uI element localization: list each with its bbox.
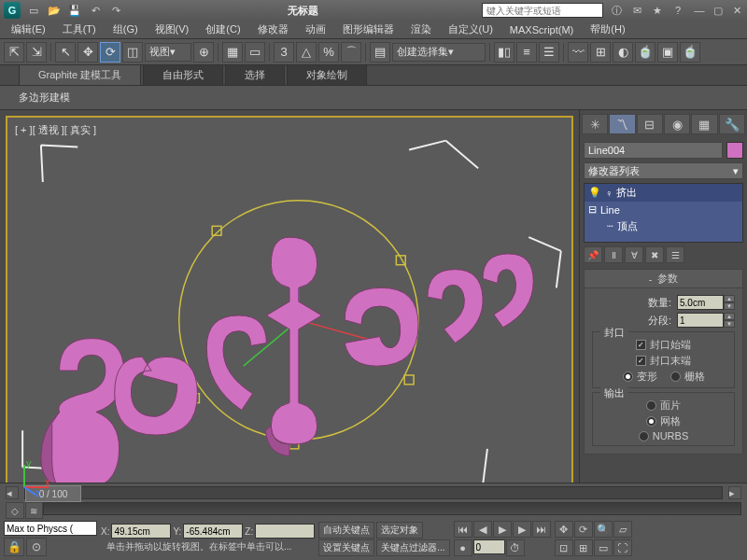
menu-tools[interactable]: 工具(T) — [55, 21, 104, 38]
time-right-icon[interactable]: ▸ — [728, 486, 741, 499]
viewport-perspective[interactable]: [ + ][ 透视 ][ 真实 ] — [6, 116, 573, 506]
next-frame-icon[interactable]: ▶ — [513, 521, 531, 538]
pivot-icon[interactable]: ⊕ — [193, 42, 214, 63]
amount-down[interactable]: ▼ — [724, 302, 735, 310]
selected-combo[interactable]: 选定对象 — [376, 522, 423, 539]
segments-down[interactable]: ▼ — [724, 320, 735, 328]
move-icon[interactable]: ✥ — [78, 42, 98, 63]
menu-view[interactable]: 视图(V) — [148, 21, 197, 38]
menu-edit[interactable]: 编辑(E) — [4, 21, 53, 38]
menu-animation[interactable]: 动画 — [298, 21, 333, 38]
track-curve-icon[interactable]: ≋ — [25, 502, 44, 519]
named-selection-combo[interactable]: 创建选择集 ▾ — [392, 43, 486, 62]
material-editor-icon[interactable]: ◐ — [613, 42, 633, 63]
zoom-all-icon[interactable]: ⊞ — [574, 539, 593, 556]
track-ruler[interactable] — [43, 502, 741, 515]
select-filter-icon[interactable]: ▦ — [222, 42, 243, 63]
viewport-label[interactable]: [ + ][ 透视 ][ 真实 ] — [15, 123, 96, 137]
named-sel-icon[interactable]: ▤ — [370, 42, 390, 63]
curve-editor-icon[interactable]: 〰 — [568, 42, 588, 63]
close-button[interactable]: ✕ — [730, 4, 743, 17]
snap-toggle-icon[interactable]: 3 — [274, 42, 294, 63]
help-icon[interactable]: ? — [670, 3, 685, 18]
save-icon[interactable]: 💾 — [67, 3, 82, 18]
arc-rotate-icon[interactable]: ⟳ — [574, 521, 593, 538]
tab-object-paint[interactable]: 对象绘制 — [287, 64, 367, 85]
open-icon[interactable]: 📂 — [47, 3, 62, 18]
tab-display-icon[interactable]: ▦ — [691, 114, 717, 134]
max-toggle-icon[interactable]: ⛶ — [613, 539, 632, 556]
unlink-icon[interactable]: ⇲ — [26, 42, 47, 63]
render-setup-icon[interactable]: 🍵 — [635, 42, 655, 63]
key-mode-icon[interactable]: ● — [454, 539, 472, 556]
remove-mod-icon[interactable]: ✖ — [645, 246, 664, 263]
modifier-stack[interactable]: 💡♀挤出 ⊟Line ┈顶点 — [584, 183, 743, 243]
mirror-icon[interactable]: ▮▯ — [494, 42, 514, 63]
fov-icon[interactable]: ▱ — [613, 521, 632, 538]
amount-up[interactable]: ▲ — [724, 295, 735, 302]
segments-input[interactable] — [677, 313, 724, 328]
unique-icon[interactable]: ∀ — [625, 246, 643, 263]
stack-line[interactable]: ⊟Line — [585, 202, 742, 217]
schematic-view-icon[interactable]: ⊞ — [590, 42, 611, 63]
stack-extrude[interactable]: 💡♀挤出 — [585, 184, 742, 202]
render-icon[interactable]: 🍵 — [680, 42, 700, 63]
configure-icon[interactable]: ☰ — [666, 246, 684, 263]
prev-frame-icon[interactable]: ◀ — [473, 521, 492, 538]
goto-start-icon[interactable]: ⏮ — [454, 521, 472, 538]
cap-end-check[interactable]: ✓ — [636, 356, 646, 366]
help-search-input[interactable] — [482, 3, 603, 18]
out-mesh-radio[interactable] — [646, 416, 656, 427]
coord-y[interactable] — [183, 524, 243, 539]
script-listener[interactable] — [4, 521, 97, 536]
amount-input[interactable] — [677, 295, 724, 310]
pin-stack-icon[interactable]: 📌 — [584, 246, 602, 263]
pan-icon[interactable]: ✥ — [555, 521, 573, 538]
stack-vertex[interactable]: ┈顶点 — [585, 217, 742, 235]
maximize-button[interactable]: ▢ — [712, 4, 725, 17]
percent-snap-icon[interactable]: % — [318, 42, 339, 63]
undo-icon[interactable]: ↶ — [88, 3, 103, 18]
comm-center-icon[interactable]: ✉ — [629, 3, 644, 18]
ref-coord-combo[interactable]: 视图 ▾ — [145, 43, 191, 62]
menu-modifiers[interactable]: 修改器 — [250, 21, 296, 38]
tab-graphite[interactable]: Graphite 建模工具 — [19, 64, 141, 85]
segments-up[interactable]: ▲ — [724, 313, 735, 320]
goto-end-icon[interactable]: ⏭ — [532, 521, 551, 538]
key-filters-button[interactable]: 关键点过滤器... — [376, 539, 449, 556]
time-slider[interactable]: 0 / 100 — [24, 486, 723, 499]
show-end-icon[interactable]: Ⅱ — [604, 246, 623, 263]
menu-group[interactable]: 组(G) — [106, 21, 146, 38]
menu-help[interactable]: 帮助(H) — [583, 21, 632, 38]
render-frame-icon[interactable]: ▣ — [657, 42, 678, 63]
object-color-swatch[interactable] — [726, 142, 743, 159]
tab-freeform[interactable]: 自由形式 — [143, 64, 223, 85]
zoom-icon[interactable]: 🔍 — [594, 521, 613, 538]
select-link-icon[interactable]: ⇱ — [4, 42, 24, 63]
ribbon-poly-modeling[interactable]: 多边形建模 — [9, 89, 79, 106]
current-frame-input[interactable] — [473, 539, 505, 554]
tab-modify-icon[interactable]: 〽 — [609, 114, 635, 134]
zoom-extents-icon[interactable]: ⊡ — [555, 539, 573, 556]
coord-z[interactable] — [255, 524, 315, 539]
set-key-button[interactable]: 设置关键点 — [318, 539, 374, 556]
modifier-list-combo[interactable]: 修改器列表▾ — [584, 162, 743, 179]
info-icon[interactable]: ⓘ — [609, 3, 624, 18]
rollout-parameters-header[interactable]: -参数 — [584, 269, 743, 288]
time-config-icon[interactable]: ⏱ — [506, 539, 525, 556]
sel-lock-icon[interactable]: ⊙ — [26, 538, 47, 556]
rotate-icon[interactable]: ⟳ — [100, 42, 120, 63]
new-icon[interactable]: ▭ — [26, 3, 41, 18]
object-name-field[interactable] — [584, 142, 723, 159]
star-icon[interactable]: ★ — [650, 3, 665, 18]
select-icon[interactable]: ↖ — [55, 42, 76, 63]
window-crossing-icon[interactable]: ▭ — [245, 42, 265, 63]
minimize-button[interactable]: — — [693, 4, 706, 17]
tab-motion-icon[interactable]: ◉ — [664, 114, 690, 134]
auto-key-button[interactable]: 自动关键点 — [318, 522, 374, 539]
menu-maxscript[interactable]: MAXScript(M) — [502, 22, 581, 37]
morph-radio[interactable] — [623, 371, 633, 382]
coord-x[interactable] — [111, 524, 171, 539]
spinner-snap-icon[interactable]: ⌒ — [341, 42, 361, 63]
menu-create[interactable]: 创建(C) — [198, 21, 247, 38]
